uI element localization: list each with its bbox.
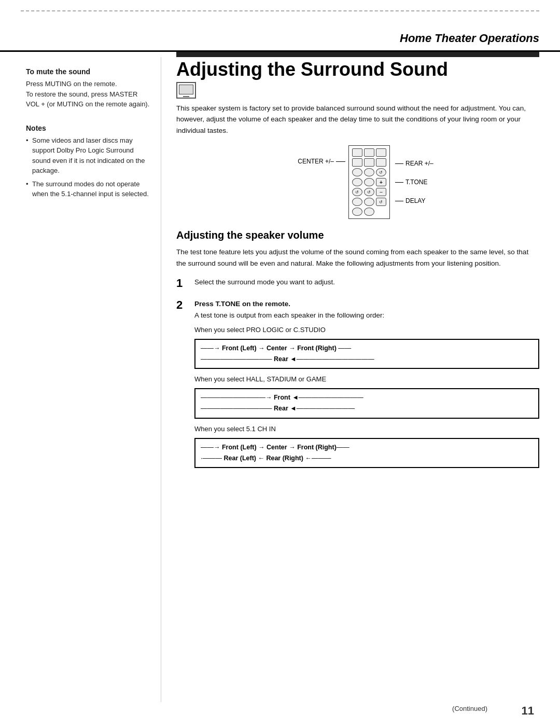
row-3: ↺ bbox=[352, 168, 386, 176]
ctrl-r7c3 bbox=[376, 208, 386, 216]
mute-section: To mute the sound Press MUTING on the re… bbox=[26, 67, 150, 109]
when-label-3: When you select 5.1 CH IN bbox=[194, 424, 539, 435]
delay-label: DELAY bbox=[405, 197, 425, 204]
delay-label-line: DELAY bbox=[395, 191, 433, 210]
flow-3-row-1: ——→ Front (Left) → Center → Front (Right… bbox=[201, 442, 533, 453]
continued-label: (Continued) bbox=[452, 705, 487, 712]
flow-1-row-1: ——→ Front (Left) → Center → Front (Right… bbox=[201, 343, 533, 354]
flow-diagram-2: ——————————→ Front ◄—————————— ——————————… bbox=[194, 388, 539, 419]
notes-list: Some videos and laser discs may support … bbox=[26, 135, 150, 199]
ctrl-r4c3: + bbox=[376, 178, 386, 186]
section-header-bar bbox=[176, 52, 539, 57]
ttone-label: T.TONE bbox=[405, 178, 427, 186]
mute-text: Press MUTING on the remote. To restore t… bbox=[26, 79, 150, 109]
flow-diagram-1: ——→ Front (Left) → Center → Front (Right… bbox=[194, 339, 539, 369]
ctrl-r7c2 bbox=[364, 208, 374, 216]
row-4: + bbox=[352, 178, 386, 186]
section-title: Adjusting the Surround Sound bbox=[176, 59, 539, 80]
ctrl-r1c2 bbox=[364, 148, 374, 157]
step-2-content: Press T.TONE on the remote. A test tone … bbox=[194, 298, 539, 473]
ctrl-r1c3 bbox=[376, 148, 386, 157]
left-column: To mute the sound Press MUTING on the re… bbox=[0, 52, 161, 728]
speaker-diagram: CENTER +/– bbox=[192, 145, 539, 219]
ctrl-r6c2 bbox=[364, 198, 374, 206]
tv-icon bbox=[176, 82, 196, 99]
step-2-text: Press T.TONE on the remote. A test tone … bbox=[194, 300, 384, 319]
ctrl-r5c1: ↺ bbox=[352, 188, 362, 196]
step-1: 1 Select the surround mode you want to a… bbox=[176, 277, 539, 290]
steps-list: 1 Select the surround mode you want to a… bbox=[176, 277, 539, 473]
rear-label: REAR +/– bbox=[405, 160, 433, 167]
diagram-label-center: CENTER +/– bbox=[298, 151, 345, 213]
row-5: ↺ ↺ − bbox=[352, 188, 386, 196]
ttone-label-line: T.TONE bbox=[395, 173, 433, 191]
ctrl-r2c1 bbox=[352, 158, 362, 167]
ctrl-r5c3: − bbox=[376, 188, 386, 196]
row-1 bbox=[352, 148, 386, 157]
flow-2-row-1: ——————————→ Front ◄—————————— bbox=[201, 392, 533, 403]
mute-line-1: Press MUTING on the remote. To restore t… bbox=[26, 80, 149, 108]
diagram-labels-right: REAR +/– T.TONE DELAY bbox=[395, 154, 433, 210]
ctrl-r2c2 bbox=[364, 158, 374, 167]
page-header: Home Theater Operations bbox=[0, 0, 560, 52]
ctrl-r4c1 bbox=[352, 178, 362, 186]
step-1-text: Select the surround mode you want to adj… bbox=[194, 278, 335, 286]
ctrl-r6c1 bbox=[352, 198, 362, 206]
ctrl-r3c2 bbox=[364, 168, 374, 176]
page-footer: 11 bbox=[522, 704, 534, 718]
sub-section-title: Adjusting the speaker volume bbox=[176, 229, 539, 241]
step-1-content: Select the surround mode you want to adj… bbox=[194, 277, 539, 288]
flow-2-row-2: ——————————— Rear ◄————————— bbox=[201, 403, 533, 414]
row-2 bbox=[352, 158, 386, 167]
note-item-1: Some videos and laser discs may support … bbox=[26, 135, 150, 176]
flow-1-row-2: ——————————— Rear ◄———————————— bbox=[201, 354, 533, 365]
ctrl-r2c3 bbox=[376, 158, 386, 167]
row-6: ↺ bbox=[352, 198, 386, 206]
mute-title: To mute the sound bbox=[26, 67, 150, 76]
intro-text: This speaker system is factory set to pr… bbox=[176, 103, 539, 136]
controls-grid: ↺ + ↺ ↺ − ↺ bbox=[348, 145, 390, 219]
ctrl-r3c1 bbox=[352, 168, 362, 176]
ctrl-r3c3: ↺ bbox=[376, 168, 386, 176]
ctrl-r1c1 bbox=[352, 148, 362, 157]
ctrl-r4c2 bbox=[364, 178, 374, 186]
ctrl-r7c1 bbox=[352, 208, 362, 216]
when-label-1: When you select PRO LOGIC or C.STUDIO bbox=[194, 325, 539, 336]
ctrl-r6c3: ↺ bbox=[376, 198, 386, 206]
page-number: 11 bbox=[522, 704, 534, 718]
main-content: To mute the sound Press MUTING on the re… bbox=[0, 52, 560, 728]
tv-icon-area bbox=[176, 82, 539, 99]
sub-section-speaker-volume: Adjusting the speaker volume The test to… bbox=[176, 229, 539, 473]
notes-section: Notes Some videos and laser discs may su… bbox=[26, 124, 150, 199]
step-2: 2 Press T.TONE on the remote. A test ton… bbox=[176, 298, 539, 473]
note-item-2: The surround modes do not operate when t… bbox=[26, 179, 150, 199]
right-column: Adjusting the Surround Sound This speake… bbox=[161, 52, 560, 728]
ctrl-r5c2: ↺ bbox=[364, 188, 374, 196]
when-label-2: When you select HALL, STADIUM or GAME bbox=[194, 374, 539, 385]
step-2-number: 2 bbox=[176, 298, 194, 312]
sub-section-body: The test tone feature lets you adjust th… bbox=[176, 246, 539, 269]
notes-title: Notes bbox=[26, 124, 150, 132]
page-title: Home Theater Operations bbox=[400, 32, 539, 45]
flow-diagram-3: ——→ Front (Left) → Center → Front (Right… bbox=[194, 438, 539, 469]
center-label: CENTER +/– bbox=[298, 158, 334, 165]
flow-3-row-2: ·——— Rear (Left) ← Rear (Right) ←——— bbox=[201, 453, 533, 464]
step-1-number: 1 bbox=[176, 277, 194, 290]
row-7 bbox=[352, 208, 386, 216]
rear-label-line: REAR +/– bbox=[395, 154, 433, 173]
